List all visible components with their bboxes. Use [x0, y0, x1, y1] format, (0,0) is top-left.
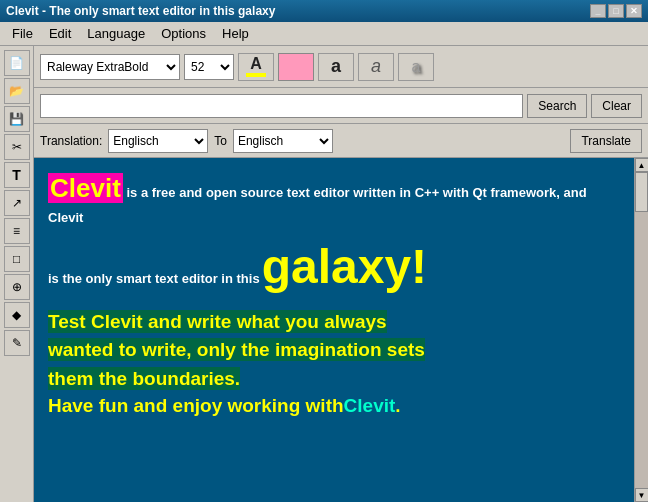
scroll-thumb[interactable] [635, 172, 648, 212]
font-color-button[interactable]: A [238, 53, 274, 81]
content-area: Raleway ExtraBold 52 A a a [34, 46, 648, 502]
clevit-logo-text: Clevit [48, 173, 123, 203]
tool-arrow[interactable]: ↗ [4, 190, 30, 216]
color-swatch-button[interactable] [278, 53, 314, 81]
intro-text: is a free and open source text editor wr… [48, 185, 587, 225]
title-text: Clevit - The only smart text editor in t… [6, 4, 275, 18]
search-input[interactable] [40, 94, 523, 118]
scrollbar: ▲ ▼ [634, 158, 648, 502]
translation-label: Translation: [40, 134, 102, 148]
tool-text[interactable]: T [4, 162, 30, 188]
translation-to-label: To [214, 134, 227, 148]
titlebar-controls: _ □ ✕ [590, 4, 642, 18]
test-text-3: them the boundaries. [48, 367, 240, 390]
menu-edit[interactable]: Edit [41, 24, 79, 43]
period-text: . [395, 393, 400, 420]
galaxy-text: galaxy! [262, 233, 427, 300]
bold-button[interactable]: a [318, 53, 354, 81]
menu-language[interactable]: Language [79, 24, 153, 43]
test-block: Test Clevit and write what you always wa… [48, 308, 620, 420]
test-line-1: Test Clevit and write what you always [48, 308, 620, 337]
test-line-2: wanted to write, only the imagination se… [48, 336, 620, 365]
search-button[interactable]: Search [527, 94, 587, 118]
search-bar: Search Clear [34, 88, 648, 124]
have-fun-text: Have fun and enjoy working with [48, 393, 344, 420]
test-text-1: Test Clevit and write what you always [48, 310, 387, 333]
editor-line-2: is the only smart text editor in this ga… [48, 233, 620, 300]
tool-edit[interactable]: ✎ [4, 330, 30, 356]
tool-box[interactable]: □ [4, 246, 30, 272]
scroll-track[interactable] [635, 172, 648, 488]
maximize-button[interactable]: □ [608, 4, 624, 18]
tool-list[interactable]: ≡ [4, 218, 30, 244]
clear-button[interactable]: Clear [591, 94, 642, 118]
tool-cut[interactable]: ✂ [4, 134, 30, 160]
translate-button[interactable]: Translate [570, 129, 642, 153]
tool-color[interactable]: ◆ [4, 302, 30, 328]
tool-new[interactable]: 📄 [4, 50, 30, 76]
test-line-3: them the boundaries. [48, 365, 620, 394]
minimize-button[interactable]: _ [590, 4, 606, 18]
close-button[interactable]: ✕ [626, 4, 642, 18]
main-window: 📄 📂 💾 ✂ T ↗ ≡ □ ⊕ ◆ ✎ Raleway ExtraBold … [0, 46, 648, 502]
left-toolbar: 📄 📂 💾 ✂ T ↗ ≡ □ ⊕ ◆ ✎ [0, 46, 34, 502]
editor-line-1: Clevit is a free and open source text ed… [48, 170, 620, 229]
last-line: Have fun and enjoy working with Clevit. [48, 393, 620, 420]
tool-open[interactable]: 📂 [4, 78, 30, 104]
format-toolbar: Raleway ExtraBold 52 A a a [34, 46, 648, 88]
menu-options[interactable]: Options [153, 24, 214, 43]
line2-pre: is the only smart text editor in this [48, 270, 260, 288]
shadow-button[interactable]: a [398, 53, 434, 81]
menubar: File Edit Language Options Help [0, 22, 648, 46]
translation-from-select[interactable]: Englisch [108, 129, 208, 153]
translation-bar: Translation: Englisch To Englisch Transl… [34, 124, 648, 158]
titlebar: Clevit - The only smart text editor in t… [0, 0, 648, 22]
translation-to-select[interactable]: Englisch [233, 129, 333, 153]
font-family-select[interactable]: Raleway ExtraBold [40, 54, 180, 80]
last-clevit-text: Clevit [344, 393, 396, 420]
test-text-2: wanted to write, only the imagination se… [48, 338, 425, 361]
editor-area: Clevit is a free and open source text ed… [34, 158, 648, 502]
menu-file[interactable]: File [4, 24, 41, 43]
italic-button[interactable]: a [358, 53, 394, 81]
scroll-down-button[interactable]: ▼ [635, 488, 649, 502]
scroll-up-button[interactable]: ▲ [635, 158, 649, 172]
tool-save[interactable]: 💾 [4, 106, 30, 132]
menu-help[interactable]: Help [214, 24, 257, 43]
font-size-select[interactable]: 52 [184, 54, 234, 80]
tool-add[interactable]: ⊕ [4, 274, 30, 300]
editor[interactable]: Clevit is a free and open source text ed… [34, 158, 634, 502]
